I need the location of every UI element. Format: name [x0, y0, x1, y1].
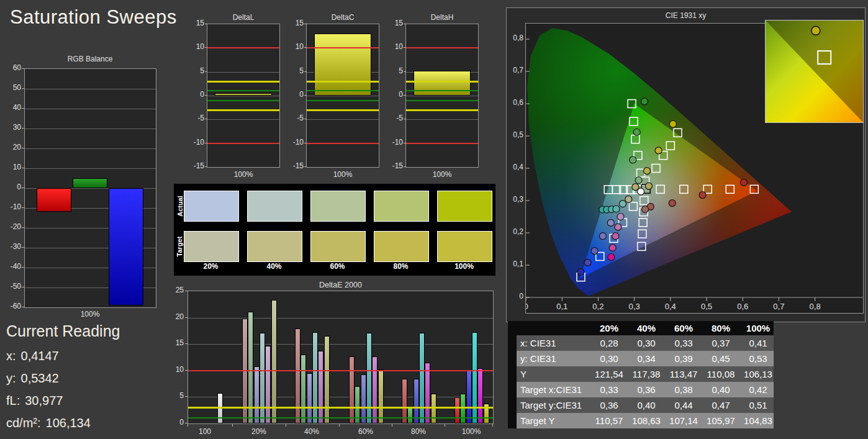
- gridline: [25, 129, 156, 129]
- measured-point: [625, 196, 632, 202]
- current-reading-title: Current Reading: [6, 322, 120, 340]
- reference-line: [207, 100, 279, 101]
- reading-x-value: 0,4147: [21, 349, 59, 363]
- actual-swatch: [184, 191, 239, 222]
- swatch-col-label: 40%: [246, 262, 302, 271]
- cie-inset-svg: [766, 20, 863, 122]
- reading-fl: fL:30,977: [6, 394, 120, 416]
- reference-line: [406, 143, 478, 144]
- table-value-cell: 106,13: [739, 366, 777, 382]
- table-header-row: 20%40%60%80%100%: [508, 321, 774, 335]
- y-axis-label: -5: [186, 114, 204, 122]
- deltae2000-chart: DeltaE 2000 10020%40%60%80%100%252015105…: [161, 279, 509, 439]
- y-axis-tick: [185, 396, 188, 397]
- table-value-cell: 0,40: [628, 397, 665, 413]
- y-axis-tick: [404, 119, 406, 119]
- cie-y-tick-label: 0,2: [508, 227, 523, 236]
- table-row: x: CIE310,280,300,330,370,41: [508, 335, 774, 351]
- reference-line: [307, 109, 379, 111]
- reading-fl-value: 30,977: [25, 394, 63, 407]
- reference-line: [406, 47, 478, 48]
- gridline: [406, 119, 478, 120]
- target-swatch: [310, 231, 366, 262]
- swatch-col-label: 60%: [310, 262, 365, 271]
- bar: [378, 369, 384, 423]
- bar: [419, 333, 425, 423]
- y-axis-label: 15: [286, 19, 304, 27]
- y-axis-tick: [22, 188, 24, 188]
- bar: [414, 379, 419, 423]
- rgb-balance-title: RGB Balance: [24, 55, 156, 63]
- bar: [454, 397, 460, 423]
- measured-point: [591, 248, 598, 255]
- swatch-row-label: Target: [176, 231, 184, 261]
- table-row: Target Y110,57108,63107,14105,97104,83: [508, 413, 774, 428]
- table-value-cell: 0,33: [665, 335, 702, 351]
- y-axis-label: 0: [161, 418, 184, 427]
- cie-y-tick-label: 0,5: [508, 130, 523, 139]
- swatch-col-label: 100%: [436, 262, 492, 271]
- gridline: [307, 96, 379, 96]
- current-reading-block: Current Reading x:0,4147 y:0,5342 fL:30,…: [6, 322, 120, 438]
- y-axis-label: 15: [385, 19, 403, 27]
- y-axis-tick: [22, 247, 24, 248]
- table-row-label: Target Y: [517, 413, 590, 428]
- gridline: [25, 148, 156, 149]
- actual-swatch: [374, 191, 429, 222]
- y-axis-tick: [205, 143, 207, 143]
- table-gutter-cell: [508, 321, 517, 335]
- cie-y-tick-label: 0,7: [508, 66, 523, 75]
- rgb-balance-plot: [24, 68, 156, 308]
- y-axis-tick: [22, 267, 24, 268]
- gridline: [25, 89, 156, 89]
- y-axis-label: 20: [0, 143, 21, 152]
- table-value-cell: 0,53: [739, 351, 777, 366]
- y-axis-tick: [22, 68, 24, 69]
- swatch-row-label: Actual: [176, 191, 184, 221]
- bar: [349, 356, 355, 423]
- y-axis-tick: [205, 95, 207, 96]
- table-header-cell: 40%: [628, 321, 665, 335]
- bar: [460, 394, 466, 423]
- page-title: Saturation Sweeps: [10, 6, 177, 29]
- reference-line: [406, 100, 478, 101]
- reference-line: [188, 407, 493, 409]
- table-value-cell: 0,47: [702, 397, 739, 413]
- measured-point: [609, 244, 616, 251]
- bar: [265, 346, 271, 423]
- y-axis-tick: [404, 24, 406, 24]
- table-gutter-cell: [508, 366, 517, 382]
- bar: [271, 300, 277, 423]
- table-value-cell: 0,45: [702, 351, 739, 366]
- table-gutter-cell: [508, 351, 517, 366]
- reference-line: [307, 100, 379, 101]
- table-value-cell: 110,08: [702, 366, 739, 382]
- y-axis-tick: [185, 291, 188, 291]
- table-row: y: CIE310,300,340,390,450,53: [508, 351, 774, 366]
- table-header-cell: 80%: [702, 321, 739, 335]
- measured-point: [635, 177, 642, 184]
- measured-point: [643, 168, 650, 174]
- deltaC-title: DeltaC: [306, 13, 379, 22]
- cie-zoom-inset: [765, 20, 864, 123]
- y-axis-label: -10: [385, 138, 403, 147]
- table-value-cell: 0,34: [628, 351, 665, 366]
- deltae-x-tick: [492, 424, 493, 427]
- bar: [295, 328, 301, 423]
- y-axis-label: -20: [0, 222, 21, 231]
- cie-y-tick-label: 0,1: [508, 260, 523, 268]
- reference-line: [307, 47, 379, 48]
- y-axis-tick: [404, 71, 406, 72]
- bar: [372, 356, 377, 423]
- cie-x-tick-label: 0,8: [810, 302, 821, 311]
- deltaH-xlabel: 100%: [405, 170, 479, 179]
- deltaL-title: DeltaL: [207, 13, 280, 22]
- target-swatch: [374, 231, 429, 262]
- reference-line: [188, 417, 493, 419]
- measured-point: [584, 259, 591, 266]
- measured-point: [642, 206, 649, 213]
- bar: [215, 93, 272, 96]
- y-axis-tick: [404, 166, 406, 167]
- y-axis-label: -5: [286, 114, 304, 122]
- y-axis-tick: [185, 317, 188, 318]
